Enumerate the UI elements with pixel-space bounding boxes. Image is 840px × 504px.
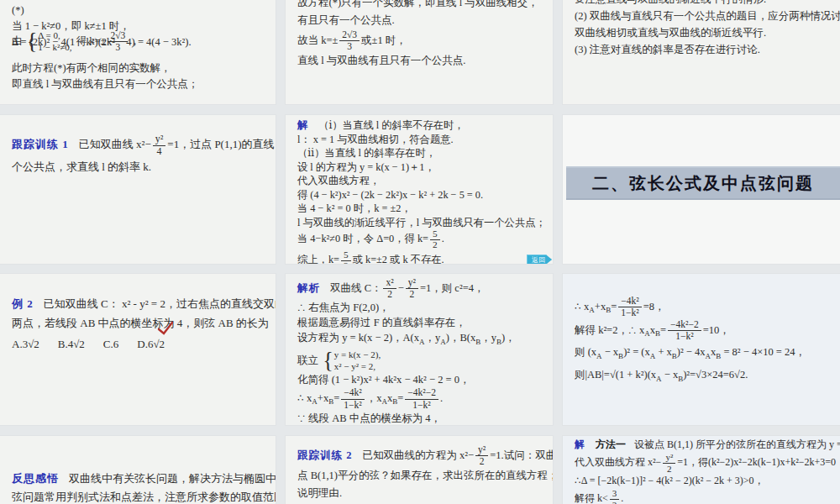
solution2-label: 解: [575, 438, 585, 450]
text-line: 解（ⅰ）当直线 l 的斜率不存在时，: [297, 118, 541, 133]
text-line: ∴ xA+xB=−4k²1−k²=8，: [575, 296, 828, 319]
option-b: B.4√2: [58, 338, 85, 351]
text-line: 跟踪训练 1已知双曲线 x²−y²4=1，过点 P(1,1)的直线 l 与双曲线…: [12, 134, 264, 157]
text-line: 解得 k<32.: [575, 488, 828, 504]
solution-text: （ⅰ）当直线 l 的斜率不存在时，: [318, 119, 464, 131]
option-c: C.6: [103, 338, 118, 351]
text-line: 跟踪训练 2已知双曲线的方程为 x²−y²2=1.试问：双曲线上是否存在被: [297, 444, 541, 467]
slide-page-r3c3: ∴ xA+xB=−4k²1−k²=8， 解得 k²=2，∴ xAxB=−4k²−…: [563, 274, 840, 425]
text-line: 说明理由.: [297, 485, 541, 502]
return-button[interactable]: 返回: [527, 255, 552, 264]
analysis-text: 双曲线 C：x²2−y²2=1，则 c²=4，: [330, 282, 484, 294]
slide-page-section-title: 二、弦长公式及中点弦问题: [563, 115, 840, 264]
slide-page-r3c2: 解析双曲线 C：x²2−y²2=1，则 c²=4， ∴ 右焦点为 F(2,0)，…: [286, 274, 553, 425]
reflection-text: 双曲线中有关弦长问题，解决方法与椭圆中类似. 解决中点: [69, 472, 276, 485]
example-label: 例 2: [12, 297, 34, 310]
text-line: 代入双曲线方程，: [297, 174, 541, 188]
text-line: 两点，若线段 AB 中点的横坐标为 4，则弦 AB 的长为: [12, 313, 264, 333]
text-line: (*): [12, 3, 264, 18]
exercise-text: 已知双曲线 x²−y²4=1，过点 P(1,1)的直线 l 与双曲线只有一: [79, 138, 276, 150]
option-a: A.3√2: [12, 338, 39, 351]
text-line: ∵ 线段 AB 中点的横坐标为 4，: [297, 411, 541, 425]
slide-page-r4c2: 跟踪训练 2已知双曲线的方程为 x²−y²2=1.试问：双曲线上是否存在被 点 …: [286, 436, 553, 504]
text-line: 弦问题常用判别式法和点差法，注意所求参数的取值范围.: [12, 488, 264, 504]
text-line: 综上，k=52或 k=±2 或 k 不存在.: [297, 250, 541, 264]
text-line: l 与双曲线的渐近线平行，l 与双曲线只有一个公共点；: [297, 216, 541, 230]
analysis-label: 解析: [297, 282, 320, 294]
solution2-text: 设被点 B(1,1) 所平分的弦所在的直线方程为 y = k(x − 1): [634, 438, 840, 450]
method-label: 方法一: [596, 438, 626, 450]
text-line: ∴ 右焦点为 F(2,0)，: [297, 300, 541, 315]
option-d: D.6√2: [137, 338, 165, 351]
slide-page-r1c3: 要注意直线与双曲线的渐近线平行的情形. (2) 双曲线与直线只有一个公共点的题目…: [563, 0, 840, 104]
text-line: 直线 l 与双曲线有且只有一个公共点.: [297, 52, 541, 70]
text-line: 此时方程(*)有两个相同的实数解，: [12, 60, 264, 76]
text-line: 故方程(*)只有一个实数解，即直线 l 与双曲线相交，: [297, 0, 541, 12]
text-line: 代入双曲线方程 x²−y²2=1，得(k²−2)x²−2k(k−1)x+k²−2…: [575, 452, 828, 474]
text-line: 则 (xA − xB)² = (xA + xB)² − 4xAxB = 8² −…: [575, 343, 828, 365]
text-line: 则|AB|=√(1 + k²)(xA − xB)²=√3×24=6√2.: [575, 365, 828, 388]
text-line: 点 B(1,1)平分的弦？如果存在，求出弦所在的直线方程；如果不存在，请: [297, 467, 541, 485]
slide-page-r2c2: 解（ⅰ）当直线 l 的斜率不存在时， l： x = 1 与双曲线相切，符合题意.…: [286, 115, 553, 264]
text-line: 得 (4 − k²)x² − (2k − 2k²)x − k² + 2k − 5…: [297, 188, 541, 202]
slide-page-r4c3: 解方法一设被点 B(1,1) 所平分的弦所在的直线方程为 y = k(x − 1…: [563, 436, 840, 504]
text-line: 有且只有一个公共点.: [297, 12, 541, 29]
slide-page-r3c1: 例 2已知双曲线 C： x² - y² = 2，过右焦点的直线交双曲线于 A， …: [0, 274, 276, 425]
text-line-clipped: 要注意直线与双曲线的渐近线平行的情形.: [575, 0, 828, 8]
text-line: 解析双曲线 C：x²2−y²2=1，则 c²=4，: [297, 277, 541, 300]
text-line: 即直线 l 与双曲线有且只有一个公共点；: [12, 76, 264, 92]
text-line: ∴Δ = [−2k(k−1)]² − 4(k² − 2)(k² − 2k + 3…: [575, 474, 828, 488]
slide-page-r1c1: (*) 当 1 − k²≠0，即 k≠±1 时， Δ = (2k)² − 4(1…: [0, 0, 276, 104]
exercise2-label: 跟踪训练 2: [297, 449, 352, 461]
text-line: 解方法一设被点 B(1,1) 所平分的弦所在的直线方程为 y = k(x − 1…: [575, 438, 828, 452]
slide-page-r1c2: 故方程(*)只有一个实数解，即直线 l 与双曲线相交， 有且只有一个公共点. 故…: [286, 0, 553, 104]
text-line: 反思感悟双曲线中有关弦长问题，解决方法与椭圆中类似. 解决中点: [12, 470, 264, 488]
exercise-label: 跟踪训练 1: [12, 138, 69, 150]
exercise2-text: 已知双曲线的方程为 x²−y²2=1.试问：双曲线上是否存在被: [362, 449, 553, 461]
text-line: 联立 {y = k(x − 2),x² − y² = 2,: [297, 349, 541, 373]
text-line: 化简得 (1 − k²)x² + 4k²x − 4k² − 2 = 0，: [297, 372, 541, 387]
text-line: 解得 k²=2，∴ xAxB=−4k²−21−k²=10，: [575, 319, 828, 343]
solution-label: 解: [297, 119, 308, 131]
text-line: 例 2已知双曲线 C： x² - y² = 2，过右焦点的直线交双曲线于 A， …: [12, 294, 264, 313]
text-line: 设 l 的方程为 y = k(x − 1)＋1，: [297, 160, 541, 175]
text-line-overlapped: 由 {Δ = 0,1 − k²≠0, 得 k=±2√33，: [12, 30, 264, 54]
text-line: (2) 双曲线与直线只有一个公共点的题目，应分两种情况讨论：直线与: [575, 8, 828, 24]
text-line: （ⅱ）当直线 l 的斜率存在时，: [297, 146, 541, 160]
text-line: 根据题意易得过 F 的直线斜率存在，: [297, 315, 541, 330]
text-line: 当 4−k²≠0 时，令 Δ=0，得 k=52.: [297, 229, 541, 250]
text-line: 故当 k=±2√33或±1 时，: [297, 29, 541, 52]
reflection-label: 反思感悟: [12, 472, 59, 485]
answer-options: A.3√2 B.4√2 C.6 D.6√2: [12, 338, 264, 351]
example-text: 已知双曲线 C： x² - y² = 2，过右焦点的直线交双曲线于 A， B: [44, 297, 276, 310]
slide-page-r2c1: 跟踪训练 1已知双曲线 x²−y²4=1，过点 P(1,1)的直线 l 与双曲线…: [0, 115, 276, 264]
text-line: (3) 注意对直线的斜率是否存在进行讨论.: [575, 41, 828, 58]
correct-answer-checkmark: [156, 321, 175, 336]
text-line: 当 4 − k² = 0 时，k = ±2，: [297, 202, 541, 216]
text-line: 双曲线相切或直线与双曲线的渐近线平行.: [575, 24, 828, 41]
slide-page-r4c1: 反思感悟双曲线中有关弦长问题，解决方法与椭圆中类似. 解决中点 弦问题常用判别式…: [0, 436, 276, 504]
text-line: 设方程为 y = k(x − 2)，A(xA，yA)，B(xB，yB)，: [297, 330, 541, 349]
text-line: l： x = 1 与双曲线相切，符合题意.: [297, 133, 541, 147]
text-line: ∴ xA+xB=−4k²1−k²，xAxB=−4k²−21−k².: [297, 387, 541, 410]
section-title-banner: 二、弦长公式及中点弦问题: [566, 166, 840, 200]
text-line: 个公共点，求直线 l 的斜率 k.: [12, 157, 264, 177]
